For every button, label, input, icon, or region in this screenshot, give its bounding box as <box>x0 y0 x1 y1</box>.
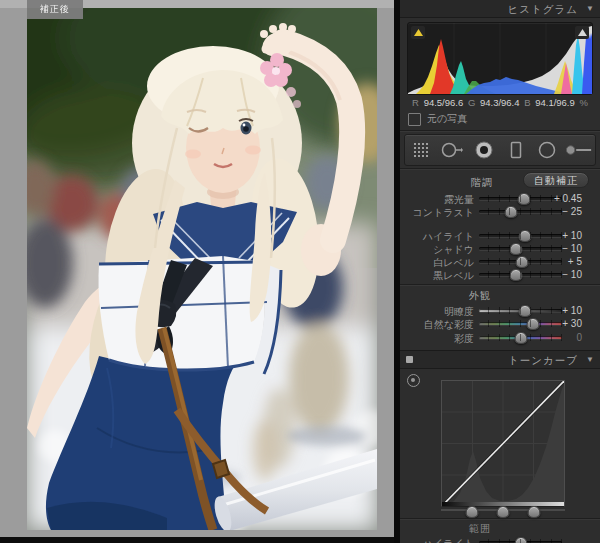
b-value: 94.1/96.9 <box>535 97 575 108</box>
blacks-label: 黒レベル <box>400 269 474 283</box>
b-label: B <box>524 97 530 108</box>
highlight-clipping-triangle-icon <box>578 29 587 36</box>
develop-right-panel: ヒストグラム ▼ <box>400 0 600 543</box>
red-eye-icon[interactable] <box>470 137 498 163</box>
rgb-readout: R 94.5/96.6 G 94.3/96.4 B 94.1/96.9 % <box>400 97 600 108</box>
after-label: 補正後 <box>40 4 70 14</box>
tone-curve-graph[interactable] <box>441 380 565 507</box>
photo-scene <box>27 8 377 530</box>
auto-tone-button[interactable]: 自動補正 <box>523 172 589 188</box>
shadows-slider-thumb[interactable] <box>510 243 523 255</box>
original-photo-checkbox[interactable] <box>408 113 421 126</box>
collapse-triangle-icon[interactable]: ▼ <box>586 355 594 364</box>
whites-value: + 5 <box>538 256 582 267</box>
slider-row-highlights: ハイライト + 10 <box>400 229 600 242</box>
panel-toggle-icon[interactable] <box>406 356 413 363</box>
shadows-split-thumb[interactable] <box>466 506 479 518</box>
shadow-clipping-indicator[interactable] <box>411 26 425 39</box>
after-label-tab: 補正後 <box>27 0 83 19</box>
highlights-value: + 10 <box>538 230 582 241</box>
viewer-bottombar <box>0 537 394 543</box>
divider <box>400 284 600 285</box>
shadows-value: − 10 <box>538 243 582 254</box>
g-value: 94.3/96.4 <box>480 97 520 108</box>
r-value: 94.5/96.6 <box>424 97 464 108</box>
saturation-label: 彩度 <box>400 332 474 346</box>
tone-curve-plot <box>442 381 564 506</box>
shadow-clipping-triangle-icon <box>414 29 423 36</box>
slider-row-clarity: 明瞭度 + 10 <box>400 304 600 317</box>
tool-strip <box>404 134 596 166</box>
tone-curve-panel-header[interactable]: トーンカーブ ▼ <box>400 350 600 369</box>
blacks-value: − 10 <box>538 269 582 280</box>
original-photo-label: 元の写真 <box>427 112 467 126</box>
midtones-split-thumb[interactable] <box>497 506 510 518</box>
tone-section-header: 階調 <box>452 176 512 190</box>
exposure-slider-thumb[interactable] <box>517 193 530 205</box>
divider <box>400 518 600 519</box>
targeted-adjustment-icon[interactable] <box>407 374 420 387</box>
g-label: G <box>468 97 475 108</box>
curve-highlights-label: ハイライト <box>400 537 474 543</box>
saturation-value: 0 <box>538 332 582 343</box>
slider-row-vibrance: 自然な彩度 + 30 <box>400 317 600 330</box>
collapse-triangle-icon[interactable]: ▼ <box>586 4 594 13</box>
contrast-label: コントラスト <box>400 206 474 220</box>
slider-row-whites: 白レベル + 5 <box>400 255 600 268</box>
vibrance-label: 自然な彩度 <box>400 318 474 332</box>
photo-canvas[interactable] <box>27 8 377 530</box>
contrast-slider-thumb[interactable] <box>504 206 517 218</box>
clarity-value: + 10 <box>538 305 582 316</box>
original-photo-row[interactable]: 元の写真 <box>408 112 467 126</box>
range-section-header: 範囲 <box>400 522 560 536</box>
spot-removal-icon[interactable] <box>438 137 466 163</box>
r-label: R <box>412 97 419 108</box>
percent-sign: % <box>579 97 587 108</box>
histogram-graph[interactable] <box>407 22 593 95</box>
histogram-panel-title[interactable]: ヒストグラム <box>508 3 578 17</box>
contrast-value: − 25 <box>538 206 582 217</box>
lights-split-thumb[interactable] <box>528 506 541 518</box>
divider <box>400 130 600 131</box>
histogram-curves <box>408 23 592 94</box>
slider-row-saturation: 彩度 0 <box>400 331 600 344</box>
crop-overlay-icon[interactable] <box>407 137 435 163</box>
tone-curve-panel-title[interactable]: トーンカーブ <box>508 354 578 368</box>
slider-row-curve-highlights: ハイライト <box>400 536 600 543</box>
highlight-clipping-indicator[interactable] <box>575 26 589 39</box>
photo-viewer: 補正後 <box>0 0 394 543</box>
whites-slider-thumb[interactable] <box>516 256 529 268</box>
exposure-value: + 0.45 <box>538 193 582 204</box>
blacks-slider-thumb[interactable] <box>510 269 523 281</box>
presence-section-header: 外観 <box>450 289 510 303</box>
slider-row-exposure: 露光量 + 0.45 <box>400 192 600 205</box>
divider <box>400 168 600 169</box>
slider-row-blacks: 黒レベル − 10 <box>400 268 600 281</box>
curve-highlights-slider-thumb[interactable] <box>514 537 527 543</box>
graduated-filter-icon[interactable] <box>502 137 530 163</box>
clarity-slider-thumb[interactable] <box>518 305 531 317</box>
histogram-panel-header[interactable]: ヒストグラム ▼ <box>400 0 600 18</box>
vibrance-value: + 30 <box>538 318 582 329</box>
adjustment-brush-icon[interactable] <box>565 137 593 163</box>
highlights-slider-thumb[interactable] <box>518 230 531 242</box>
slider-row-contrast: コントラスト − 25 <box>400 205 600 218</box>
slider-row-shadows: シャドウ − 10 <box>400 242 600 255</box>
lightroom-develop-window: 補正後 ヒストグラム ▼ <box>0 0 600 543</box>
saturation-slider-thumb[interactable] <box>514 332 527 344</box>
radial-filter-icon[interactable] <box>533 137 561 163</box>
tone-curve-region-splits <box>441 505 565 517</box>
